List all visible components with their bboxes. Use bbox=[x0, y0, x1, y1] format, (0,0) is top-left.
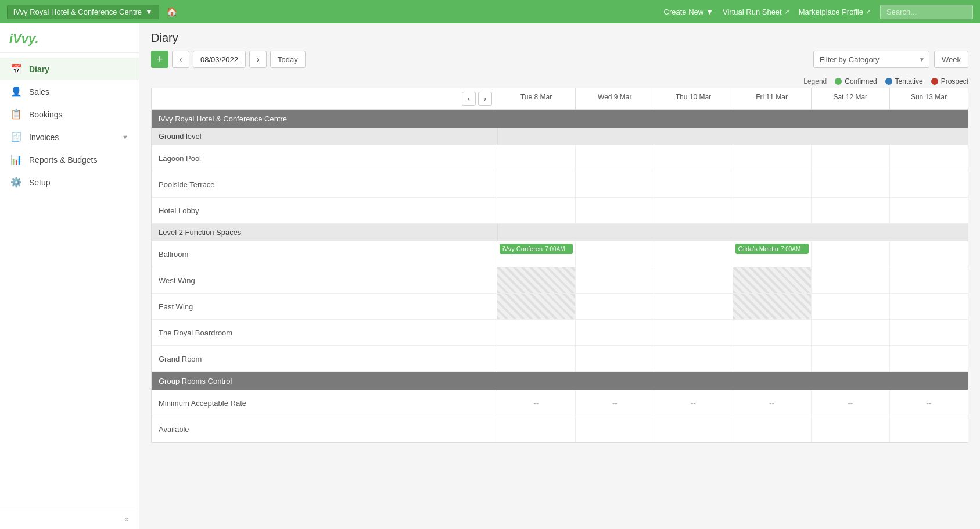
day-cell[interactable] bbox=[812, 241, 890, 267]
search-input[interactable] bbox=[880, 5, 973, 19]
day-cell[interactable] bbox=[576, 145, 654, 171]
create-new-label: Create New bbox=[664, 8, 704, 16]
day-cell[interactable]: -- bbox=[890, 390, 968, 416]
day-cell[interactable] bbox=[890, 145, 968, 171]
day-cell[interactable] bbox=[733, 171, 812, 197]
day-cell[interactable]: iVvy Conferen 7:00AM bbox=[497, 241, 576, 267]
day-cell[interactable] bbox=[576, 320, 654, 345]
day-cell[interactable] bbox=[733, 267, 812, 293]
day-cell[interactable] bbox=[733, 294, 812, 319]
day-cell[interactable] bbox=[654, 198, 733, 223]
day-cell[interactable] bbox=[890, 346, 968, 371]
calendar-wrapper[interactable]: ‹ › Tue 8 Mar Wed 9 Mar Thu 10 Mar Fri 1… bbox=[139, 88, 980, 529]
day-cell[interactable] bbox=[654, 171, 733, 197]
day-cell[interactable] bbox=[890, 171, 968, 197]
day-cell[interactable] bbox=[654, 241, 733, 267]
setup-icon: ⚙️ bbox=[10, 177, 22, 188]
day-cell[interactable] bbox=[576, 346, 654, 371]
day-cell[interactable] bbox=[576, 241, 654, 267]
day-cell[interactable] bbox=[812, 145, 890, 171]
day-cell[interactable] bbox=[733, 320, 812, 345]
virtual-run-sheet-label: Virtual Run Sheet bbox=[723, 8, 782, 16]
day-cell[interactable]: Gilda's Meetin 7:00AM bbox=[733, 241, 812, 267]
day-cell[interactable] bbox=[890, 294, 968, 319]
day-cell[interactable] bbox=[654, 320, 733, 345]
day-cell[interactable] bbox=[576, 416, 654, 442]
next-button[interactable]: › bbox=[249, 51, 267, 68]
day-cell[interactable] bbox=[812, 416, 890, 442]
day-cell[interactable]: -- bbox=[812, 390, 890, 416]
day-cell[interactable] bbox=[733, 198, 812, 223]
filter-wrapper: Filter by Category bbox=[813, 51, 929, 68]
prev-button[interactable]: ‹ bbox=[172, 51, 189, 68]
day-cell[interactable] bbox=[576, 171, 654, 197]
day-cell[interactable] bbox=[497, 267, 576, 293]
day-cell[interactable] bbox=[733, 145, 812, 171]
day-cell[interactable]: -- bbox=[497, 390, 576, 416]
day-cell[interactable] bbox=[812, 198, 890, 223]
day-cell[interactable] bbox=[576, 267, 654, 293]
day-cell[interactable] bbox=[733, 416, 812, 442]
sidebar-item-reports[interactable]: 📊 Reports & Budgets bbox=[0, 148, 139, 171]
day-cell[interactable] bbox=[654, 294, 733, 319]
event-chip[interactable]: Gilda's Meetin 7:00AM bbox=[735, 244, 809, 254]
sidebar-collapse-button[interactable]: « bbox=[0, 509, 139, 529]
cal-prev-button[interactable]: ‹ bbox=[462, 92, 476, 106]
day-cell[interactable] bbox=[497, 346, 576, 371]
day-cell[interactable] bbox=[812, 320, 890, 345]
add-button[interactable]: + bbox=[151, 51, 168, 68]
day-cell[interactable] bbox=[890, 241, 968, 267]
filter-by-category[interactable]: Filter by Category bbox=[813, 51, 929, 68]
day-cell[interactable] bbox=[497, 145, 576, 171]
day-cell[interactable] bbox=[497, 320, 576, 345]
home-icon[interactable]: 🏠 bbox=[164, 4, 180, 20]
diary-icon: 📅 bbox=[10, 63, 22, 74]
venue-selector[interactable]: iVvy Royal Hotel & Conference Centre ▼ bbox=[7, 5, 159, 19]
day-cell[interactable] bbox=[654, 267, 733, 293]
event-chip[interactable]: iVvy Conferen 7:00AM bbox=[500, 244, 573, 254]
day-cell[interactable] bbox=[497, 294, 576, 319]
day-cell[interactable] bbox=[733, 346, 812, 371]
sidebar-item-bookings[interactable]: 📋 Bookings bbox=[0, 103, 139, 126]
day-cell[interactable] bbox=[812, 346, 890, 371]
virtual-run-sheet-link[interactable]: Virtual Run Sheet ↗ bbox=[723, 8, 789, 16]
dash-value: -- bbox=[500, 392, 573, 413]
week-view-button[interactable]: Week bbox=[934, 51, 968, 68]
marketplace-profile-link[interactable]: Marketplace Profile ↗ bbox=[799, 8, 871, 16]
cal-next-button[interactable]: › bbox=[478, 92, 492, 106]
today-button[interactable]: Today bbox=[270, 51, 306, 68]
day-cell[interactable] bbox=[654, 346, 733, 371]
day-cell[interactable] bbox=[890, 416, 968, 442]
day-cell[interactable] bbox=[812, 267, 890, 293]
level2-subsection: Level 2 Function Spaces bbox=[152, 224, 968, 241]
event-time: 7:00AM bbox=[545, 246, 565, 252]
day-cell[interactable]: -- bbox=[654, 390, 733, 416]
day-cell[interactable] bbox=[497, 171, 576, 197]
day-header-1: Wed 9 Mar bbox=[576, 88, 654, 109]
day-cell[interactable] bbox=[890, 198, 968, 223]
day-cell[interactable] bbox=[497, 416, 576, 442]
row-label-min-rate: Minimum Acceptable Rate bbox=[152, 390, 497, 416]
day-cell[interactable] bbox=[890, 267, 968, 293]
event-time: 7:00AM bbox=[781, 246, 800, 252]
day-cell[interactable] bbox=[890, 320, 968, 345]
day-cell[interactable] bbox=[654, 145, 733, 171]
day-cell[interactable] bbox=[812, 171, 890, 197]
day-cell[interactable] bbox=[497, 198, 576, 223]
day-cell[interactable]: -- bbox=[733, 390, 812, 416]
legend-label: Legend bbox=[803, 77, 827, 85]
sidebar-item-diary[interactable]: 📅 Diary bbox=[0, 58, 139, 80]
day-cell[interactable]: -- bbox=[576, 390, 654, 416]
create-new-button[interactable]: Create New ▼ bbox=[664, 8, 714, 16]
day-cell[interactable] bbox=[576, 198, 654, 223]
sidebar-logo: iVvy. bbox=[0, 23, 139, 53]
sidebar-item-invoices[interactable]: 🧾 Invoices ▼ bbox=[0, 126, 139, 148]
legend-row: Legend Confirmed Tentative Prospect bbox=[139, 74, 980, 88]
sidebar-item-setup[interactable]: ⚙️ Setup bbox=[0, 171, 139, 194]
sidebar-item-sales[interactable]: 👤 Sales bbox=[0, 80, 139, 103]
sidebar-item-label: Invoices bbox=[29, 133, 59, 142]
day-cell[interactable] bbox=[576, 294, 654, 319]
day-cell[interactable] bbox=[812, 294, 890, 319]
day-cell[interactable] bbox=[654, 416, 733, 442]
venue-section-header: iVvy Royal Hotel & Conference Centre bbox=[152, 110, 968, 128]
